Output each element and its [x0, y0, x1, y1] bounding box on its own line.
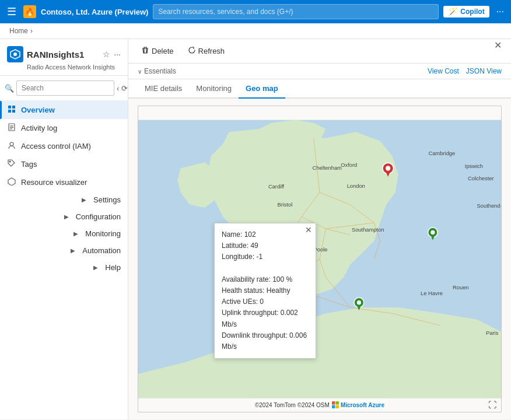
view-cost-link[interactable]: View Cost [428, 67, 459, 75]
refresh-button[interactable]: Refresh [184, 44, 229, 58]
hamburger-icon[interactable]: ☰ [5, 3, 19, 20]
popup-avail-value: 100 % [272, 275, 292, 284]
sidebar-item-iam[interactable]: Access control (IAM) [0, 137, 128, 155]
favorite-star-icon[interactable]: ☆ [103, 50, 110, 59]
svg-text:Paris: Paris [486, 330, 499, 336]
sidebar-item-label: Monitoring [85, 229, 121, 238]
svg-text:Bristol: Bristol [277, 202, 292, 208]
sidebar-item-label: Overview [21, 106, 55, 114]
svg-rect-66 [335, 405, 339, 409]
search-icon: 🔍 [5, 84, 14, 93]
popup-health-value: Healthy [267, 286, 290, 295]
sidebar-item-tags[interactable]: Tags [0, 155, 128, 173]
sidebar-item-monitoring[interactable]: ▶ Monitoring [0, 225, 128, 242]
svg-point-61 [430, 230, 435, 235]
delete-label: Delete [152, 47, 174, 55]
svg-text:Rouen: Rouen [453, 285, 469, 290]
delete-icon [141, 46, 149, 56]
sidebar-item-automation[interactable]: ▶ Automation [0, 242, 128, 259]
essentials-right: View Cost JSON View [428, 67, 502, 75]
sidebar-item-label: Tags [21, 160, 37, 169]
tags-icon [7, 159, 16, 169]
attribution-text: ©2024 TomTom ©2024 OSM [255, 402, 330, 408]
sidebar-refresh-icon[interactable]: ⟳ [121, 82, 128, 94]
sidebar-item-settings[interactable]: ▶ Settings [0, 191, 128, 208]
popup-avail-row: Availability rate: 100 % [222, 274, 309, 285]
automation-chevron-icon: ▶ [68, 247, 78, 254]
delete-button[interactable]: Delete [138, 44, 177, 58]
global-search-input[interactable] [153, 4, 439, 19]
svg-text:Ipswich: Ipswich [465, 164, 483, 170]
svg-text:London: London [347, 183, 365, 189]
resource-visualizer-icon [7, 177, 16, 187]
sidebar-item-overview[interactable]: Overview [0, 101, 128, 119]
popup-lon-value: -1 [256, 253, 262, 261]
svg-rect-2 [8, 106, 11, 108]
sidebar-nav: Overview Activity log Access control (IA… [0, 101, 128, 419]
sidebar-search-container: 🔍 ‹ ⟳ [0, 76, 128, 101]
popup-lat-row: Latitude: 49 [222, 240, 309, 251]
essentials-label: Essentials [144, 67, 176, 75]
essentials-left: ∨ Essentials [138, 67, 176, 75]
close-button[interactable]: ✕ [494, 40, 502, 51]
help-chevron-icon: ▶ [91, 264, 100, 271]
popup-name-label: Name: [222, 230, 242, 239]
popup-uplink-label: Uplink throughput: [222, 309, 278, 317]
camera-icon[interactable]: ⛶ [488, 400, 496, 410]
breadcrumb-home[interactable]: Home [9, 27, 28, 35]
tabs: MIE details Monitoring Geo map [128, 79, 511, 99]
svg-text:Southend-on-Sea: Southend-on-Sea [477, 203, 501, 209]
popup-name-row: Name: 102 [222, 229, 309, 240]
svg-text:Oxford: Oxford [341, 162, 357, 168]
map-wrapper[interactable]: Cambridge Ipswich Colchester Oxford Lond… [138, 106, 502, 412]
top-navigation: ☰ 🔥 Contoso, Ltd. Azure (Preview) 🪄 Copi… [0, 0, 511, 23]
essentials-chevron-icon[interactable]: ∨ [138, 68, 142, 75]
configuration-chevron-icon: ▶ [62, 214, 71, 220]
overview-icon [7, 105, 16, 115]
iam-icon [7, 141, 16, 151]
resource-name: RANInsights1 [27, 50, 99, 60]
sidebar-item-configuration[interactable]: ▶ Configuration [0, 208, 128, 225]
popup-downlink-row: Downlink throughput: 0.006 Mb/s [222, 330, 309, 352]
sidebar-item-help[interactable]: ▶ Help [0, 259, 128, 276]
sidebar-item-label: Resource visualizer [21, 178, 87, 187]
popup-ue-label: Active UEs: [222, 298, 258, 306]
svg-rect-3 [12, 106, 15, 108]
sidebar-item-activity-log[interactable]: Activity log [0, 119, 128, 137]
resource-header: RANInsights1 ☆ ··· Radio Access Network … [0, 39, 128, 76]
popup-health-label: Health status: [222, 286, 264, 295]
popup-uplink-row: Uplink throughput: 0.002 Mb/s [222, 307, 309, 330]
popup-downlink-label: Downlink throughput: [222, 331, 288, 340]
tab-geo-map[interactable]: Geo map [239, 79, 285, 99]
sidebar-item-label: Configuration [76, 212, 121, 221]
popup-close-button[interactable]: ✕ [305, 226, 312, 234]
svg-rect-64 [335, 401, 339, 405]
refresh-icon [188, 46, 196, 56]
resource-icon [7, 46, 23, 62]
brand-title: Contoso, Ltd. Azure (Preview) [41, 8, 148, 16]
json-view-link[interactable]: JSON View [466, 67, 502, 75]
resource-subtitle: Radio Access Network Insights [27, 64, 121, 71]
refresh-label: Refresh [198, 47, 225, 55]
svg-text:Cheltenham: Cheltenham [313, 165, 342, 171]
popup-ue-value: 0 [260, 298, 264, 306]
sidebar-item-label: Activity log [21, 124, 57, 132]
monitoring-chevron-icon: ▶ [71, 230, 80, 237]
sidebar-search-input[interactable] [16, 80, 114, 96]
svg-text:Southampton: Southampton [352, 227, 384, 233]
more-options-icon[interactable]: ··· [494, 4, 506, 19]
tab-monitoring[interactable]: Monitoring [189, 79, 239, 99]
map-popup: ✕ Name: 102 Latitude: 49 Longitude: -1 [214, 223, 316, 359]
popup-lon-row: Longitude: -1 [222, 251, 309, 262]
resource-more-icon[interactable]: ··· [114, 50, 121, 59]
content-area: ✕ Delete Refresh ∨ Essentials [128, 39, 511, 419]
map-attribution: ©2024 TomTom ©2024 OSM Microsoft Azure [251, 400, 388, 410]
popup-lat-label: Latitude: [222, 242, 249, 250]
sidebar-item-resource-visualizer[interactable]: Resource visualizer [0, 173, 128, 191]
svg-point-55 [386, 166, 390, 170]
breadcrumb: Home › [0, 23, 511, 39]
tab-mie-details[interactable]: MIE details [138, 79, 189, 99]
copilot-button[interactable]: 🪄 Copilot [443, 6, 489, 18]
sidebar-collapse-icon[interactable]: ‹ [117, 82, 119, 94]
svg-point-10 [10, 142, 13, 146]
